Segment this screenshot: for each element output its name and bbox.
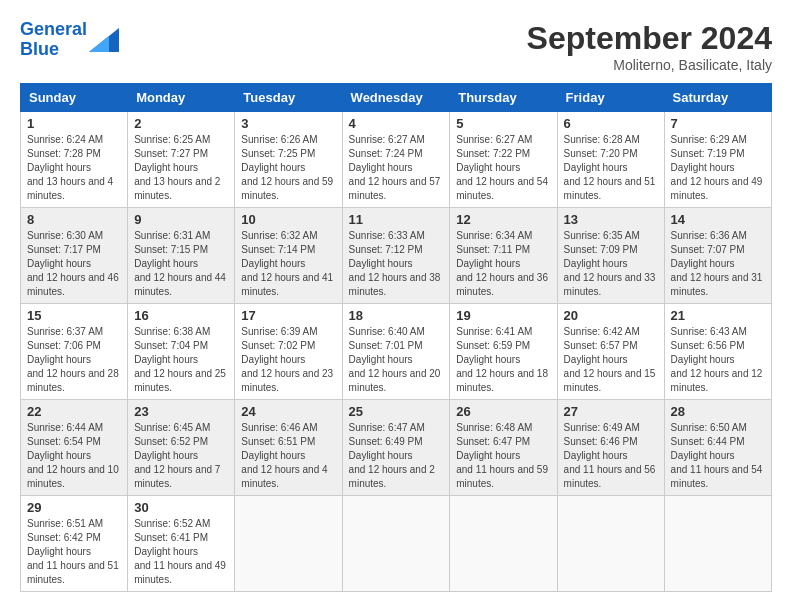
day-number: 29 [27, 500, 121, 515]
day-number: 18 [349, 308, 444, 323]
day-number: 30 [134, 500, 228, 515]
table-row: 9 Sunrise: 6:31 AM Sunset: 7:15 PM Dayli… [128, 208, 235, 304]
table-row: 22 Sunrise: 6:44 AM Sunset: 6:54 PM Dayl… [21, 400, 128, 496]
cell-content: Sunrise: 6:41 AM Sunset: 6:59 PM Dayligh… [456, 325, 550, 395]
header-saturday: Saturday [664, 84, 771, 112]
header-thursday: Thursday [450, 84, 557, 112]
table-row: 17 Sunrise: 6:39 AM Sunset: 7:02 PM Dayl… [235, 304, 342, 400]
cell-content: Sunrise: 6:45 AM Sunset: 6:52 PM Dayligh… [134, 421, 228, 491]
day-number: 6 [564, 116, 658, 131]
logo-general: General [20, 19, 87, 39]
cell-content: Sunrise: 6:39 AM Sunset: 7:02 PM Dayligh… [241, 325, 335, 395]
table-row: 12 Sunrise: 6:34 AM Sunset: 7:11 PM Dayl… [450, 208, 557, 304]
table-row [235, 496, 342, 592]
cell-content: Sunrise: 6:43 AM Sunset: 6:56 PM Dayligh… [671, 325, 765, 395]
cell-content: Sunrise: 6:27 AM Sunset: 7:22 PM Dayligh… [456, 133, 550, 203]
page-header: General Blue September 2024 Moliterno, B… [20, 20, 772, 73]
cell-content: Sunrise: 6:48 AM Sunset: 6:47 PM Dayligh… [456, 421, 550, 491]
table-row: 23 Sunrise: 6:45 AM Sunset: 6:52 PM Dayl… [128, 400, 235, 496]
cell-content: Sunrise: 6:33 AM Sunset: 7:12 PM Dayligh… [349, 229, 444, 299]
table-row: 3 Sunrise: 6:26 AM Sunset: 7:25 PM Dayli… [235, 112, 342, 208]
header-friday: Friday [557, 84, 664, 112]
cell-content: Sunrise: 6:49 AM Sunset: 6:46 PM Dayligh… [564, 421, 658, 491]
table-row: 26 Sunrise: 6:48 AM Sunset: 6:47 PM Dayl… [450, 400, 557, 496]
table-row: 14 Sunrise: 6:36 AM Sunset: 7:07 PM Dayl… [664, 208, 771, 304]
cell-content: Sunrise: 6:26 AM Sunset: 7:25 PM Dayligh… [241, 133, 335, 203]
table-row: 27 Sunrise: 6:49 AM Sunset: 6:46 PM Dayl… [557, 400, 664, 496]
day-number: 28 [671, 404, 765, 419]
table-row: 15 Sunrise: 6:37 AM Sunset: 7:06 PM Dayl… [21, 304, 128, 400]
day-number: 19 [456, 308, 550, 323]
table-row: 21 Sunrise: 6:43 AM Sunset: 6:56 PM Dayl… [664, 304, 771, 400]
table-row: 13 Sunrise: 6:35 AM Sunset: 7:09 PM Dayl… [557, 208, 664, 304]
table-row: 16 Sunrise: 6:38 AM Sunset: 7:04 PM Dayl… [128, 304, 235, 400]
table-row [450, 496, 557, 592]
calendar-week-row: 1 Sunrise: 6:24 AM Sunset: 7:28 PM Dayli… [21, 112, 772, 208]
table-row: 8 Sunrise: 6:30 AM Sunset: 7:17 PM Dayli… [21, 208, 128, 304]
day-number: 8 [27, 212, 121, 227]
logo-icon [89, 28, 119, 52]
title-area: September 2024 Moliterno, Basilicate, It… [527, 20, 772, 73]
day-number: 23 [134, 404, 228, 419]
day-number: 5 [456, 116, 550, 131]
logo: General Blue [20, 20, 119, 60]
cell-content: Sunrise: 6:50 AM Sunset: 6:44 PM Dayligh… [671, 421, 765, 491]
table-row: 30 Sunrise: 6:52 AM Sunset: 6:41 PM Dayl… [128, 496, 235, 592]
day-number: 1 [27, 116, 121, 131]
cell-content: Sunrise: 6:32 AM Sunset: 7:14 PM Dayligh… [241, 229, 335, 299]
month-title: September 2024 [527, 20, 772, 57]
table-row: 24 Sunrise: 6:46 AM Sunset: 6:51 PM Dayl… [235, 400, 342, 496]
cell-content: Sunrise: 6:30 AM Sunset: 7:17 PM Dayligh… [27, 229, 121, 299]
cell-content: Sunrise: 6:47 AM Sunset: 6:49 PM Dayligh… [349, 421, 444, 491]
day-number: 9 [134, 212, 228, 227]
table-row: 19 Sunrise: 6:41 AM Sunset: 6:59 PM Dayl… [450, 304, 557, 400]
cell-content: Sunrise: 6:37 AM Sunset: 7:06 PM Dayligh… [27, 325, 121, 395]
day-number: 3 [241, 116, 335, 131]
header-monday: Monday [128, 84, 235, 112]
table-row: 1 Sunrise: 6:24 AM Sunset: 7:28 PM Dayli… [21, 112, 128, 208]
calendar-week-row: 29 Sunrise: 6:51 AM Sunset: 6:42 PM Dayl… [21, 496, 772, 592]
cell-content: Sunrise: 6:25 AM Sunset: 7:27 PM Dayligh… [134, 133, 228, 203]
day-number: 4 [349, 116, 444, 131]
table-row: 2 Sunrise: 6:25 AM Sunset: 7:27 PM Dayli… [128, 112, 235, 208]
table-row [342, 496, 450, 592]
header-tuesday: Tuesday [235, 84, 342, 112]
cell-content: Sunrise: 6:52 AM Sunset: 6:41 PM Dayligh… [134, 517, 228, 587]
header-wednesday: Wednesday [342, 84, 450, 112]
calendar-table: Sunday Monday Tuesday Wednesday Thursday… [20, 83, 772, 592]
cell-content: Sunrise: 6:38 AM Sunset: 7:04 PM Dayligh… [134, 325, 228, 395]
calendar-week-row: 8 Sunrise: 6:30 AM Sunset: 7:17 PM Dayli… [21, 208, 772, 304]
location: Moliterno, Basilicate, Italy [527, 57, 772, 73]
svg-marker-1 [89, 36, 109, 52]
day-number: 22 [27, 404, 121, 419]
cell-content: Sunrise: 6:46 AM Sunset: 6:51 PM Dayligh… [241, 421, 335, 491]
cell-content: Sunrise: 6:27 AM Sunset: 7:24 PM Dayligh… [349, 133, 444, 203]
cell-content: Sunrise: 6:34 AM Sunset: 7:11 PM Dayligh… [456, 229, 550, 299]
table-row: 18 Sunrise: 6:40 AM Sunset: 7:01 PM Dayl… [342, 304, 450, 400]
table-row: 4 Sunrise: 6:27 AM Sunset: 7:24 PM Dayli… [342, 112, 450, 208]
calendar-week-row: 15 Sunrise: 6:37 AM Sunset: 7:06 PM Dayl… [21, 304, 772, 400]
cell-content: Sunrise: 6:35 AM Sunset: 7:09 PM Dayligh… [564, 229, 658, 299]
calendar-header-row: Sunday Monday Tuesday Wednesday Thursday… [21, 84, 772, 112]
cell-content: Sunrise: 6:36 AM Sunset: 7:07 PM Dayligh… [671, 229, 765, 299]
table-row: 29 Sunrise: 6:51 AM Sunset: 6:42 PM Dayl… [21, 496, 128, 592]
day-number: 14 [671, 212, 765, 227]
day-number: 15 [27, 308, 121, 323]
cell-content: Sunrise: 6:29 AM Sunset: 7:19 PM Dayligh… [671, 133, 765, 203]
day-number: 24 [241, 404, 335, 419]
day-number: 12 [456, 212, 550, 227]
table-row [664, 496, 771, 592]
day-number: 11 [349, 212, 444, 227]
table-row: 10 Sunrise: 6:32 AM Sunset: 7:14 PM Dayl… [235, 208, 342, 304]
cell-content: Sunrise: 6:51 AM Sunset: 6:42 PM Dayligh… [27, 517, 121, 587]
day-number: 25 [349, 404, 444, 419]
day-number: 10 [241, 212, 335, 227]
day-number: 21 [671, 308, 765, 323]
calendar-week-row: 22 Sunrise: 6:44 AM Sunset: 6:54 PM Dayl… [21, 400, 772, 496]
day-number: 20 [564, 308, 658, 323]
cell-content: Sunrise: 6:44 AM Sunset: 6:54 PM Dayligh… [27, 421, 121, 491]
cell-content: Sunrise: 6:42 AM Sunset: 6:57 PM Dayligh… [564, 325, 658, 395]
table-row: 5 Sunrise: 6:27 AM Sunset: 7:22 PM Dayli… [450, 112, 557, 208]
header-sunday: Sunday [21, 84, 128, 112]
cell-content: Sunrise: 6:28 AM Sunset: 7:20 PM Dayligh… [564, 133, 658, 203]
